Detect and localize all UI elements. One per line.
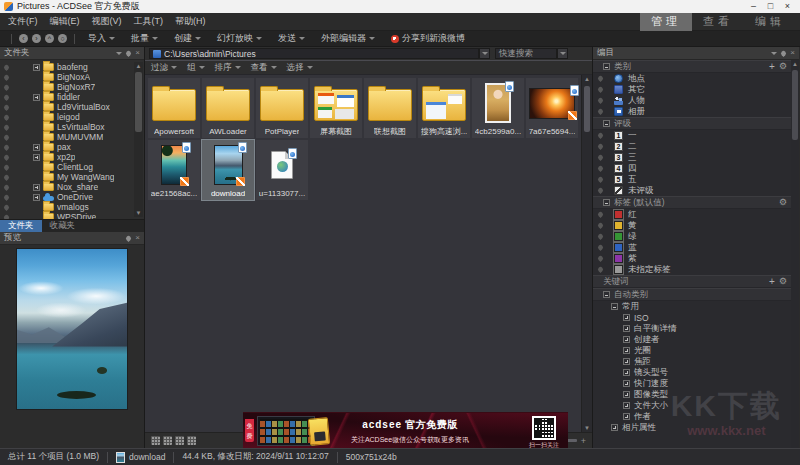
keywords-section-header[interactable]: 关键词 + ⚙ xyxy=(593,275,791,288)
folder-tree-item[interactable]: WPSDrive xyxy=(0,212,144,219)
quick-pin-icon[interactable] xyxy=(597,233,604,240)
quick-pin-icon[interactable] xyxy=(597,165,604,172)
auto-category-item[interactable]: 白平衡详情 xyxy=(593,323,791,334)
folder-tree-item[interactable]: OneDrive xyxy=(0,192,144,202)
auto-category-item[interactable]: 快门速度 xyxy=(593,378,791,389)
expand-icon[interactable] xyxy=(33,194,40,201)
promo-banner[interactable]: 免费 acdsee 官方免费版 关注ACDSee微信公众号获取更多资讯 扫一扫关… xyxy=(243,412,568,448)
quick-pin-icon[interactable] xyxy=(597,176,604,183)
rating-section-header[interactable]: 评级 xyxy=(593,117,791,130)
toolbar-button[interactable]: 外部编辑器 xyxy=(321,32,375,45)
folder-tree-item[interactable]: BigNoxA xyxy=(0,72,144,82)
quick-pin-icon[interactable] xyxy=(597,108,604,115)
file-tile[interactable]: Apowersoft xyxy=(148,78,200,138)
sidebar-tab[interactable]: 收藏夹 xyxy=(42,220,84,232)
mode-tab[interactable]: 管理 xyxy=(640,13,692,31)
auto-category-group[interactable]: 常用 xyxy=(593,301,791,312)
expand-icon[interactable] xyxy=(623,413,630,420)
expand-icon[interactable] xyxy=(33,154,40,161)
view-filmstrip-icon[interactable] xyxy=(163,436,172,445)
view-thumbnails-icon[interactable] xyxy=(151,436,160,445)
quick-pin-icon[interactable] xyxy=(597,244,604,251)
categories-section-header[interactable]: 类别 + ⚙ xyxy=(593,60,791,73)
collapse-icon[interactable] xyxy=(603,291,610,298)
rating-item[interactable]: 5 五 xyxy=(593,174,791,185)
quick-pin-icon[interactable] xyxy=(597,154,604,161)
quick-pin-icon[interactable] xyxy=(3,113,10,120)
file-tile[interactable]: download xyxy=(202,140,254,200)
expand-icon[interactable] xyxy=(623,314,630,321)
file-tile[interactable]: AWLoader xyxy=(202,78,254,138)
quick-pin-icon[interactable] xyxy=(597,132,604,139)
menu-item[interactable]: 文件(F) xyxy=(8,15,38,28)
quick-pin-icon[interactable] xyxy=(3,143,10,150)
gear-icon[interactable]: ⚙ xyxy=(779,198,787,207)
gear-icon[interactable]: ⚙ xyxy=(779,277,787,286)
quick-pin-icon[interactable] xyxy=(3,133,10,140)
quick-pin-icon[interactable] xyxy=(597,255,604,262)
category-item[interactable]: 其它 xyxy=(593,84,791,95)
toolbar-button[interactable]: 批量 xyxy=(131,32,158,45)
expand-icon[interactable] xyxy=(33,64,40,71)
close-button[interactable]: × xyxy=(779,0,796,13)
sidebar-tab[interactable]: 文件夹 xyxy=(0,220,42,232)
quick-pin-icon[interactable] xyxy=(3,93,10,100)
label-item[interactable]: 紫 xyxy=(593,253,791,264)
mode-tab[interactable]: 查看 xyxy=(692,13,744,31)
toolbar-button[interactable]: 幻灯放映 xyxy=(217,32,262,45)
up-icon[interactable]: ^ xyxy=(45,34,54,43)
menu-item[interactable]: 编辑(E) xyxy=(50,15,80,28)
refresh-icon[interactable]: ○ xyxy=(58,34,67,43)
quick-pin-icon[interactable] xyxy=(597,187,604,194)
filter-bar-button[interactable]: 组 xyxy=(187,62,205,74)
share-weibo-button[interactable]: 分享到新浪微博 xyxy=(391,32,465,45)
quick-pin-icon[interactable] xyxy=(597,86,604,93)
auto-category-item[interactable]: 作者 xyxy=(593,411,791,422)
filter-bar-button[interactable]: 过滤 xyxy=(151,62,177,74)
quick-pin-icon[interactable] xyxy=(3,173,10,180)
expand-icon[interactable] xyxy=(623,347,630,354)
pane-close-icon[interactable]: × xyxy=(135,49,140,57)
add-category-icon[interactable]: + xyxy=(769,62,775,72)
folder-tree-item[interactable]: leigod xyxy=(0,112,144,122)
scrollbar-handle[interactable] xyxy=(792,70,798,140)
file-tile[interactable]: u=1133077... xyxy=(256,140,308,200)
folder-tree-item[interactable]: Nox_share xyxy=(0,182,144,192)
folder-tree-scrollbar[interactable]: ▲ ▼ xyxy=(134,62,143,217)
menu-item[interactable]: 视图(V) xyxy=(92,15,122,28)
expand-icon[interactable] xyxy=(33,184,40,191)
scroll-up-icon[interactable]: ▲ xyxy=(134,62,143,70)
collapse-icon[interactable] xyxy=(603,120,610,127)
quick-pin-icon[interactable] xyxy=(3,213,10,219)
view-list-icon[interactable] xyxy=(187,436,196,445)
preview-image[interactable] xyxy=(16,248,128,410)
forward-icon[interactable]: › xyxy=(32,34,41,43)
menu-item[interactable]: 帮助(H) xyxy=(175,15,206,28)
scroll-up-icon[interactable]: ▲ xyxy=(791,60,799,68)
folder-tree-item[interactable]: pax xyxy=(0,142,144,152)
label-item[interactable]: 蓝 xyxy=(593,242,791,253)
menu-item[interactable]: 工具(T) xyxy=(134,15,164,28)
quick-pin-icon[interactable] xyxy=(3,123,10,130)
rating-item[interactable]: 3 三 xyxy=(593,152,791,163)
auto-categories-section-header[interactable]: 自动类别 xyxy=(593,288,791,301)
quick-pin-icon[interactable] xyxy=(597,222,604,229)
search-dropdown-button[interactable] xyxy=(557,48,568,59)
photo-properties-item[interactable]: 相片属性 xyxy=(593,422,791,433)
category-item[interactable]: 地点 xyxy=(593,73,791,84)
expand-icon[interactable] xyxy=(623,369,630,376)
quick-pin-icon[interactable] xyxy=(597,97,604,104)
quick-pin-icon[interactable] xyxy=(3,73,10,80)
quick-search-input[interactable]: 快速搜索 xyxy=(495,48,557,59)
pane-pin-icon[interactable] xyxy=(780,49,787,56)
filter-bar-button[interactable]: 排序 xyxy=(215,62,241,74)
toolbar-button[interactable]: 创建 xyxy=(174,32,201,45)
zoom-in-icon[interactable]: + xyxy=(581,436,586,446)
auto-category-item[interactable]: 镜头型号 xyxy=(593,367,791,378)
file-tile[interactable]: 7a67e5694... xyxy=(526,78,578,138)
folder-tree-item[interactable]: vmalogs xyxy=(0,202,144,212)
pane-menu-icon[interactable] xyxy=(771,52,777,55)
filter-bar-button[interactable]: 选择 xyxy=(287,62,313,74)
scrollbar-handle[interactable] xyxy=(584,86,590,132)
pane-close-icon[interactable]: × xyxy=(790,49,795,57)
